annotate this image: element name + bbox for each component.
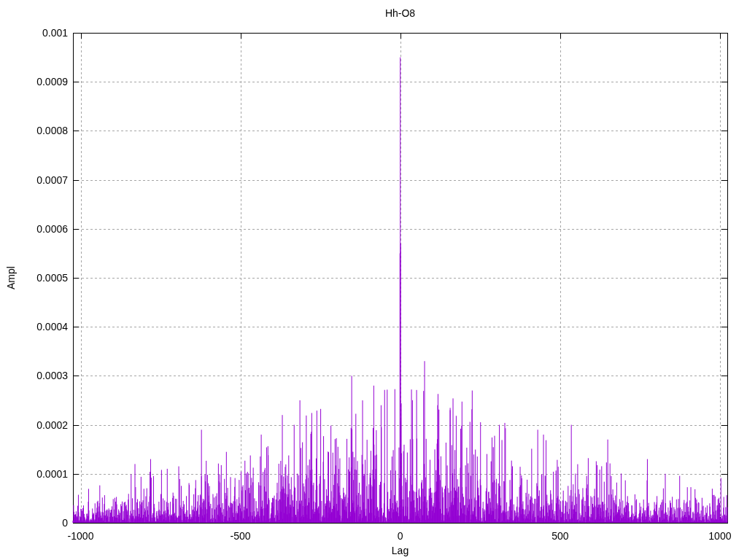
y-tick-label: 0.0002 [9, 419, 68, 432]
x-tick-label: -500 [204, 529, 277, 542]
x-tick-label: 0 [364, 529, 437, 542]
x-tick-label: 500 [524, 529, 597, 542]
correlation-plot-window: Hh-O8 Ampl Lag 00.00010.00020.00030.0004… [0, 0, 747, 560]
y-tick-label: 0 [9, 516, 68, 529]
x-axis-title: Lag [73, 545, 727, 556]
y-tick-label: 0.0003 [9, 369, 68, 382]
x-tick-label: 1000 [684, 529, 747, 542]
y-tick-label: 0.0008 [9, 124, 68, 137]
y-tick-label: 0.0007 [9, 174, 68, 187]
y-tick-label: 0.0009 [9, 75, 68, 88]
y-tick-label: 0.0005 [9, 271, 68, 284]
y-tick-label: 0.001 [9, 26, 68, 39]
correlation-plot-canvas [0, 0, 747, 560]
y-tick-label: 0.0004 [9, 320, 68, 333]
chart-title: Hh-O8 [73, 7, 727, 19]
x-tick-label: -1000 [44, 529, 117, 542]
y-tick-label: 0.0001 [9, 467, 68, 481]
y-tick-label: 0.0006 [9, 222, 68, 236]
